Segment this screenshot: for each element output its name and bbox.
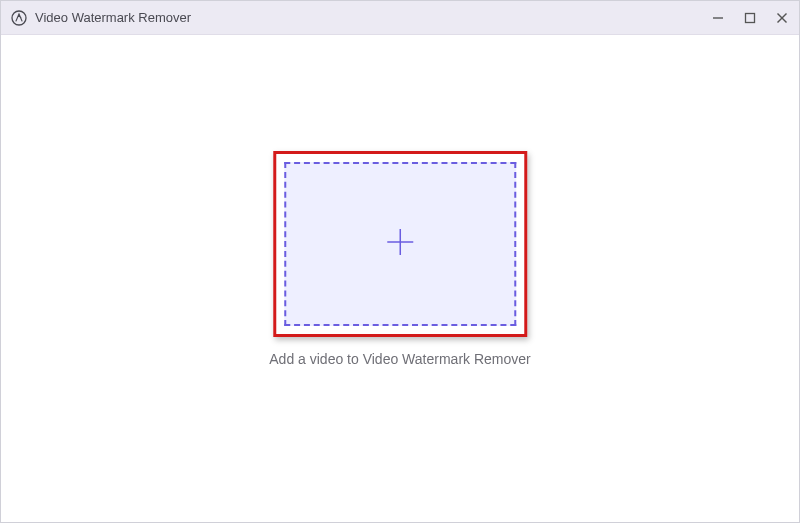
- dropzone-group: Add a video to Video Watermark Remover: [269, 151, 530, 367]
- plus-icon: [382, 224, 418, 264]
- minimize-button[interactable]: [711, 11, 725, 25]
- add-video-dropzone[interactable]: [284, 162, 516, 326]
- app-window: Video Watermark Remover: [0, 0, 800, 523]
- svg-rect-2: [746, 13, 755, 22]
- app-title: Video Watermark Remover: [35, 10, 191, 25]
- window-controls: [711, 11, 789, 25]
- close-icon: [776, 12, 788, 24]
- maximize-button[interactable]: [743, 11, 757, 25]
- minimize-icon: [712, 12, 724, 24]
- titlebar: Video Watermark Remover: [1, 1, 799, 35]
- app-logo-icon: [11, 10, 27, 26]
- maximize-icon: [744, 12, 756, 24]
- dropzone-caption: Add a video to Video Watermark Remover: [269, 351, 530, 367]
- close-button[interactable]: [775, 11, 789, 25]
- content-area: Add a video to Video Watermark Remover: [1, 35, 799, 522]
- highlight-frame: [273, 151, 527, 337]
